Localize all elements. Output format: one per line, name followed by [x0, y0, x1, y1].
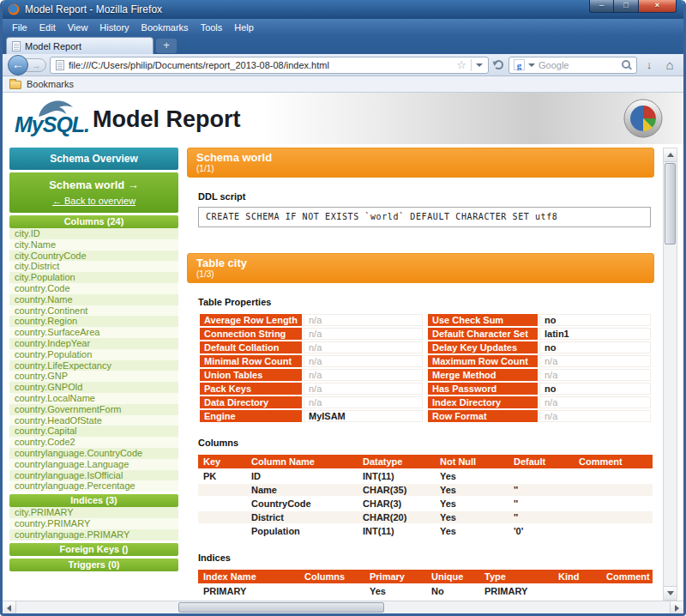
down-arrow-icon — [667, 591, 674, 595]
cell-key — [198, 498, 246, 510]
sidebar-column-link[interactable]: country.Region — [9, 316, 178, 327]
property-value: n/a — [304, 355, 423, 367]
back-button[interactable]: ← — [8, 55, 28, 75]
cell-key — [198, 511, 246, 523]
url-dropdown-icon[interactable] — [476, 63, 483, 67]
downloads-button[interactable]: ↓ — [641, 58, 658, 71]
column-header: Index Name — [198, 570, 299, 583]
scroll-up-button[interactable] — [664, 148, 677, 162]
sidebar-column-link[interactable]: country.Capital — [9, 426, 178, 437]
cell-not-null: Yes — [435, 525, 508, 537]
sidebar-index-link[interactable]: city.PRIMARY — [9, 507, 178, 518]
sidebar-column-link[interactable]: country.GNPOld — [9, 382, 178, 393]
search-icon[interactable] — [621, 59, 632, 70]
sidebar-column-link[interactable]: country.GovernmentForm — [9, 404, 178, 415]
sidebar-index-link[interactable]: countrylanguage.PRIMARY — [9, 529, 178, 541]
menu-item[interactable]: History — [93, 21, 135, 34]
sidebar-column-link[interactable]: city.District — [9, 261, 178, 272]
sidebar-column-link[interactable]: country.LifeExpectancy — [9, 360, 178, 371]
column-header: Datatype — [358, 455, 435, 468]
menu-item[interactable]: Edit — [33, 21, 62, 34]
property-value: n/a — [304, 383, 423, 395]
scroll-left-button[interactable] — [3, 601, 16, 614]
maximize-button[interactable]: □ — [614, 0, 638, 13]
search-bar[interactable]: g — [508, 57, 637, 74]
property-value: no — [539, 341, 651, 353]
sidebar-column-link[interactable]: city.Population — [9, 272, 178, 283]
scroll-right-button[interactable] — [670, 601, 683, 614]
menu-item[interactable]: View — [62, 21, 94, 34]
property-row: Connection String n/a — [200, 328, 423, 340]
menu-item[interactable]: File — [6, 21, 33, 34]
sidebar-column-link[interactable]: city.ID — [9, 228, 178, 239]
window-titlebar[interactable]: Model Report - Mozilla Firefox – □ × — [3, 0, 683, 19]
sidebar-column-link[interactable]: city.Name — [9, 239, 178, 251]
columns-table: KeyColumn NameDatatypeNot NullDefaultCom… — [198, 453, 653, 539]
menu-item[interactable]: Tools — [195, 21, 229, 34]
close-button[interactable]: × — [638, 0, 677, 13]
window-controls: – □ × — [589, 0, 677, 13]
sidebar-column-link[interactable]: countrylanguage.IsOfficial — [9, 470, 178, 481]
property-value: n/a — [539, 355, 651, 367]
sidebar-column-link[interactable]: country.Name — [9, 294, 178, 305]
scroll-down-button[interactable] — [664, 586, 677, 600]
url-input[interactable] — [69, 60, 452, 70]
minimize-button[interactable]: – — [589, 0, 614, 13]
sidebar-column-link[interactable]: country.Population — [9, 349, 178, 360]
sidebar-column-link[interactable]: city.CountryCode — [9, 251, 178, 262]
cell-datatype: INT(11) — [358, 525, 435, 537]
horizontal-scroll-thumb[interactable] — [178, 602, 384, 613]
cell-default: '' — [508, 484, 574, 496]
sidebar-column-link[interactable]: country.Code — [9, 283, 178, 294]
sidebar-column-link[interactable]: country.SurfaceArea — [9, 327, 178, 338]
sidebar-column-link[interactable]: country.Code2 — [9, 437, 178, 448]
cell-comment — [574, 525, 653, 537]
cell-primary: Yes — [364, 585, 426, 597]
table-properties-right: Use Check Sum no Default Character Set l… — [426, 312, 653, 424]
cell-comment — [574, 498, 653, 510]
sidebar-column-link[interactable]: countrylanguage.CountryCode — [9, 448, 178, 459]
tab-model-report[interactable]: Model Report — [6, 37, 153, 54]
sidebar-column-link[interactable]: country.GNP — [9, 371, 178, 382]
reload-icon[interactable] — [494, 60, 503, 69]
triggers-section-header: Triggers (0) — [9, 559, 178, 571]
bookmarks-label[interactable]: Bookmarks — [27, 79, 74, 89]
property-row: Average Row Length n/a — [200, 314, 423, 326]
menu-item[interactable]: Bookmarks — [135, 21, 195, 34]
search-input[interactable] — [539, 60, 617, 70]
property-value: n/a — [304, 341, 423, 353]
new-tab-button[interactable]: + — [156, 39, 177, 53]
bookmark-star-icon[interactable]: ☆ — [456, 59, 466, 70]
right-arrow-icon — [675, 605, 679, 612]
sidebar-column-link[interactable]: countrylanguage.Percentage — [9, 480, 178, 492]
schema-nav-box: Schema world → ← Back to overview — [9, 172, 178, 213]
horizontal-scrollbar[interactable] — [3, 601, 683, 614]
property-value: latin1 — [539, 328, 651, 340]
home-button[interactable]: ⌂ — [661, 57, 678, 72]
property-label: Default Character Set — [428, 328, 538, 340]
vertical-scroll-thumb[interactable] — [665, 163, 676, 245]
sidebar-index-link[interactable]: country.PRIMARY — [9, 518, 178, 529]
sidebar-column-link[interactable]: countrylanguage.Language — [9, 459, 178, 470]
table-section-title: Table city — [196, 257, 645, 269]
cell-not-null: Yes — [435, 498, 508, 510]
back-to-overview-link[interactable]: ← Back to overview — [9, 196, 178, 206]
menu-item[interactable]: Help — [228, 21, 260, 34]
bookmarks-bar: Bookmarks — [3, 76, 683, 93]
google-icon[interactable]: g — [514, 59, 525, 70]
schema-world-link[interactable]: Schema world → — [9, 178, 178, 191]
indices-table-header-row: Index NameColumnsPrimaryUniqueTypeKindCo… — [198, 570, 653, 583]
property-row: Minimal Row Count n/a — [200, 355, 423, 367]
sidebar-column-link[interactable]: country.IndepYear — [9, 338, 178, 349]
sidebar-column-link[interactable]: country.LocalName — [9, 393, 178, 404]
cell-type: PRIMARY — [479, 585, 553, 597]
columns-section-header: Columns (24) — [9, 215, 178, 228]
sidebar-column-link[interactable]: country.HeadOfState — [9, 415, 178, 426]
search-engine-dropdown-icon[interactable] — [528, 63, 535, 67]
url-bar[interactable]: ☆ — [50, 57, 489, 74]
page-icon — [12, 41, 21, 51]
table-row: Population INT(11) Yes '0' — [198, 525, 653, 537]
table-row: CountryCode CHAR(3) Yes '' — [198, 498, 653, 510]
vertical-scrollbar[interactable] — [663, 148, 677, 601]
sidebar-column-link[interactable]: country.Continent — [9, 305, 178, 317]
